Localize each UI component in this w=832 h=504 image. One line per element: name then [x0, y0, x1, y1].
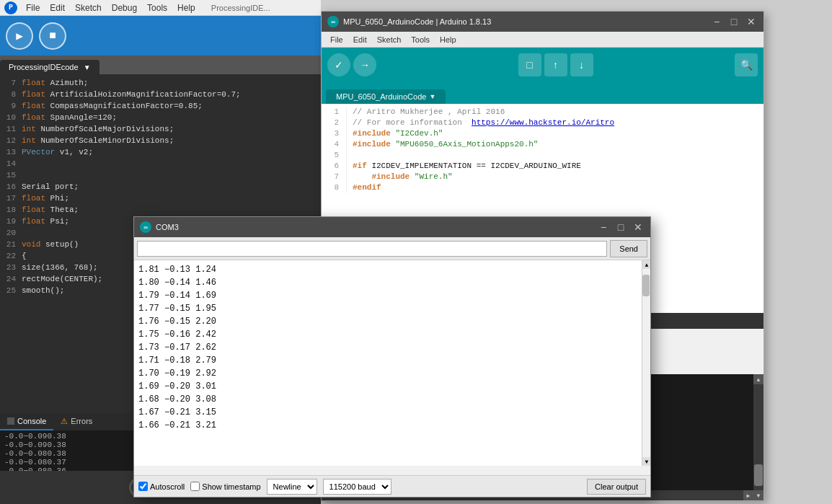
scroll-right-arrow[interactable]: ▶: [743, 490, 753, 500]
baud-rate-select[interactable]: 115200 baud: [323, 479, 391, 495]
serial-data-line: 1.71 −0.18 2.79: [138, 354, 646, 367]
scroll-up-arrow[interactable]: ▲: [753, 374, 764, 384]
arduino-logo: ∞: [327, 16, 339, 27]
code-line: 12int NumberOfScaleMinorDivisions;: [0, 135, 321, 146]
serial-data-line: 1.67 −0.21 3.15: [138, 406, 646, 419]
errors-tab[interactable]: ⚠ Errors: [53, 413, 99, 430]
code-line: 11int NumberOfScaleMajorDivisions;: [0, 123, 321, 135]
arduino-search-button[interactable]: 🔍: [735, 53, 758, 76]
processing-tab-bar: ProcessingIDEcode ▼: [0, 56, 321, 74]
arduino-window-controls: − □ ✕: [710, 15, 758, 28]
serial-data-line: 1.73 −0.17 2.62: [138, 341, 646, 354]
processing-tab-active[interactable]: ProcessingIDEcode ▼: [0, 60, 99, 74]
arduino-verify-button[interactable]: ✓: [327, 53, 350, 76]
serial-data-line: 1.81 −0.13 1.24: [138, 263, 646, 276]
arduino-menu-tools[interactable]: Tools: [407, 34, 434, 45]
processing-menu-file[interactable]: File: [22, 3, 44, 13]
com3-scroll-down[interactable]: ▼: [642, 457, 650, 466]
processing-logo: P: [4, 1, 17, 14]
code-line: 16Serial port;: [0, 181, 321, 193]
com3-send-input[interactable]: [137, 241, 607, 257]
processing-toolbar: ▶ ■: [0, 16, 321, 56]
arduino-tab-active[interactable]: MPU_6050_ArduinoCode ▼: [326, 89, 446, 104]
code-line: 15: [0, 169, 321, 181]
com3-scroll-up[interactable]: ▲: [642, 260, 650, 269]
processing-ide-label: ProcessingIDE...: [207, 4, 275, 12]
arduino-save-button[interactable]: ↓: [570, 53, 593, 76]
search-icon: 🔍: [740, 59, 753, 71]
processing-menu-tools[interactable]: Tools: [143, 3, 172, 13]
arduino-tab-label: MPU_6050_ArduinoCode: [336, 92, 426, 101]
com3-input-bar: Send: [134, 237, 650, 260]
code-line: 10float SpanAngle=120;: [0, 112, 321, 123]
com3-close-button[interactable]: ✕: [632, 221, 645, 234]
warning-icon: ⚠: [61, 417, 68, 426]
maximize-button[interactable]: □: [727, 15, 740, 28]
arduino-tool-group-left: ✓ →: [327, 53, 376, 76]
code-line: 13PVector v1, v2;: [0, 146, 321, 158]
code-line: 18float Theta;: [0, 204, 321, 216]
clear-output-button[interactable]: Clear output: [587, 479, 646, 495]
serial-data-line: 1.79 −0.14 1.69: [138, 289, 646, 302]
console-tab[interactable]: Console: [0, 413, 53, 430]
run-button[interactable]: ▶: [6, 22, 33, 50]
arduino-menu-edit[interactable]: Edit: [349, 34, 371, 45]
code-line: 14: [0, 158, 321, 169]
arduino-tool-group-middle: □ ↑ ↓: [518, 53, 593, 76]
close-button[interactable]: ✕: [745, 15, 758, 28]
com3-logo: ∞: [140, 221, 151, 233]
arduino-new-button[interactable]: □: [518, 53, 541, 76]
timestamp-checkbox[interactable]: [190, 482, 200, 491]
minimize-button[interactable]: −: [710, 15, 723, 28]
newline-select[interactable]: Newline: [267, 479, 317, 495]
processing-menu-help[interactable]: Help: [173, 3, 200, 13]
timestamp-checkbox-label[interactable]: Show timestamp: [190, 482, 260, 491]
com3-scroll-thumb: [642, 275, 650, 296]
arduino-menu-help[interactable]: Help: [435, 34, 461, 45]
code-line: 7float Azimuth;: [0, 77, 321, 89]
arduino-menu-sketch[interactable]: Sketch: [373, 34, 406, 45]
autoscroll-checkbox[interactable]: [138, 482, 148, 491]
com3-maximize-button[interactable]: □: [614, 221, 627, 234]
processing-menubar: P File Edit Sketch Debug Tools Help Proc…: [0, 0, 321, 16]
com3-serial-output: 1.81 −0.13 1.24 1.80 −0.14 1.46 1.79 −0.…: [134, 260, 650, 466]
processing-menu-sketch[interactable]: Sketch: [71, 3, 106, 13]
code-line: 17float Phi;: [0, 193, 321, 204]
scroll-thumb: [754, 464, 763, 486]
arduino-code-line: 4 #include "MPU6050_6Axis_MotionApps20.h…: [322, 139, 764, 150]
arduino-code-line: 8 #endif: [322, 182, 764, 193]
scroll-down-arrow[interactable]: ▼: [753, 490, 764, 500]
arduino-menu-file[interactable]: File: [326, 34, 348, 45]
arduino-code-line: 1 // Aritro Mukherjee , April 2016: [322, 107, 764, 118]
arduino-console-scrollbar[interactable]: ▲ ▼: [753, 374, 764, 500]
chevron-down-icon: ▼: [429, 93, 435, 100]
serial-data-line: 1.80 −0.14 1.46: [138, 276, 646, 289]
stop-button[interactable]: ■: [39, 22, 66, 50]
arduino-code-line: 3 #include "I2Cdev.h": [322, 128, 764, 139]
arduino-titlebar: ∞ MPU_6050_ArduinoCode | Arduino 1.8.13 …: [322, 12, 764, 32]
autoscroll-label: Autoscroll: [150, 482, 185, 491]
arduino-open-button[interactable]: ↑: [544, 53, 567, 76]
arduino-menubar: File Edit Sketch Tools Help: [322, 32, 764, 48]
arduino-window-title: MPU_6050_ArduinoCode | Arduino 1.8.13: [343, 17, 491, 26]
com3-send-button[interactable]: Send: [610, 240, 647, 257]
play-icon: ▶: [16, 29, 23, 43]
arduino-code-line: 7 #include "Wire.h": [322, 172, 764, 182]
code-line: 8float ArtificialHoizonMagnificationFact…: [0, 89, 321, 100]
serial-data-line: 1.66 −0.21 3.21: [138, 419, 646, 432]
com3-minimize-button[interactable]: −: [597, 221, 610, 234]
processing-menu-edit[interactable]: Edit: [45, 3, 69, 13]
com3-window-controls: − □ ✕: [597, 221, 645, 234]
serial-data-line: 1.75 −0.16 2.42: [138, 328, 646, 341]
com3-scrollbar[interactable]: ▲ ▼: [642, 260, 650, 466]
arduino-code-line: 5: [322, 150, 764, 161]
serial-data-line: 1.76 −0.15 2.20: [138, 315, 646, 328]
autoscroll-checkbox-label[interactable]: Autoscroll: [138, 482, 185, 491]
arduino-toolbar: ✓ → □ ↑ ↓ 🔍: [322, 48, 764, 82]
serial-data-line: 1.68 −0.20 3.08: [138, 393, 646, 406]
com3-serial-monitor: ∞ COM3 − □ ✕ Send 1.81 −0.13 1.24 1.80 −…: [133, 216, 651, 498]
processing-menu-debug[interactable]: Debug: [107, 3, 141, 13]
code-line: 9float CompassMagnificationFactor=0.85;: [0, 100, 321, 112]
console-icon: [7, 417, 14, 425]
arduino-upload-button[interactable]: →: [353, 53, 376, 76]
